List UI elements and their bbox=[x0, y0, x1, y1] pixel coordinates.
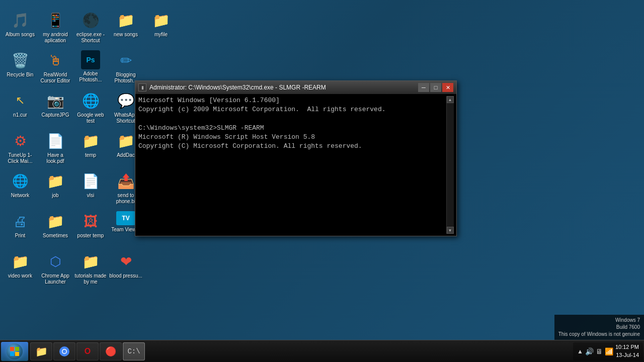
cmd-titlebar: ▮ Administrator: C:\Windows\System32\cmd… bbox=[135, 81, 456, 94]
icon-recycle-bin[interactable]: 🗑️ Recycle Bin bbox=[3, 48, 38, 88]
icon-tuneup[interactable]: ⚙ TuneUp 1-Click Mai... bbox=[3, 128, 38, 168]
cmd-controls: ─ □ ✕ bbox=[418, 83, 453, 92]
maximize-button[interactable]: □ bbox=[430, 83, 441, 92]
icon-print[interactable]: 🖨 Print bbox=[3, 209, 38, 249]
taskbar-items: 📁 O 🔴 C:\ bbox=[30, 342, 573, 360]
icon-eclipse[interactable]: 🌑 eclipse.exe - Shortcut bbox=[73, 8, 108, 48]
close-button[interactable]: ✕ bbox=[442, 83, 453, 92]
desktop: 🎵 Album songs 🗑️ Recycle Bin ↖ n1.cur ⚙ … bbox=[0, 0, 644, 362]
icon-new-songs[interactable]: 📁 new songs bbox=[108, 8, 143, 48]
icon-blood-pressu[interactable]: ❤ blood pressu... bbox=[108, 249, 143, 289]
clock[interactable]: 10:12 PM 13-Jul-14 bbox=[615, 343, 639, 359]
cmd-window: ▮ Administrator: C:\Windows\System32\cmd… bbox=[135, 80, 457, 236]
svg-point-6 bbox=[63, 349, 66, 353]
icon-sometimes[interactable]: 📁 Sometimes bbox=[38, 209, 73, 249]
icon-temp[interactable]: 📁 temp bbox=[73, 128, 108, 168]
icon-video-work[interactable]: 📁 video work bbox=[3, 249, 38, 289]
taskbar-opera[interactable]: O bbox=[76, 342, 99, 360]
cmd-window-icon: ▮ bbox=[138, 83, 146, 92]
windows-logo-icon bbox=[10, 346, 20, 356]
minimize-button[interactable]: ─ bbox=[418, 83, 429, 92]
tray-network-icon[interactable]: 📶 bbox=[605, 347, 613, 355]
svg-rect-2 bbox=[10, 352, 14, 356]
tray-volume-icon[interactable]: 🔊 bbox=[585, 347, 594, 355]
icon-capturejpg[interactable]: 📷 CaptureJPG bbox=[38, 88, 73, 128]
icon-job[interactable]: 📁 job bbox=[38, 168, 73, 209]
start-orb bbox=[7, 343, 23, 359]
start-button[interactable] bbox=[1, 342, 28, 361]
scrollbar-track[interactable] bbox=[447, 103, 454, 227]
tray-expand-icon[interactable]: ▲ bbox=[577, 348, 583, 355]
taskbar: 📁 O 🔴 C:\ ▲ 🔊 🖥 📶 10:12 PM 13-Jul-14 bbox=[0, 340, 644, 362]
icon-chrome-app[interactable]: ⬡ Chrome App Launcher bbox=[38, 249, 73, 289]
svg-rect-3 bbox=[15, 352, 19, 356]
svg-rect-1 bbox=[15, 347, 19, 351]
icon-poster-temp[interactable]: 🖼 poster temp bbox=[73, 209, 108, 249]
svg-rect-0 bbox=[10, 347, 14, 351]
icon-network[interactable]: 🌐 Network bbox=[3, 168, 38, 209]
taskbar-file-explorer[interactable]: 📁 bbox=[30, 342, 52, 360]
desktop-icon-area: 🎵 Album songs 🗑️ Recycle Bin ↖ n1.cur ⚙ … bbox=[0, 5, 141, 317]
win-notice: Windows 7 Build 7600 This copy of Window… bbox=[554, 315, 644, 340]
icon-n1cur[interactable]: ↖ n1.cur bbox=[3, 88, 38, 128]
icon-google-web[interactable]: 🌐 Google web test bbox=[73, 88, 108, 128]
cmd-output: Microsoft Windows [Version 6.1.7600] Cop… bbox=[138, 96, 446, 234]
icon-adobe[interactable]: Ps Adobe Photosh... bbox=[73, 48, 108, 88]
cmd-title: Administrator: C:\Windows\System32\cmd.e… bbox=[149, 84, 418, 91]
taskbar-chrome[interactable] bbox=[53, 342, 75, 360]
icon-my-android[interactable]: 📱 my android aplication bbox=[38, 8, 73, 48]
system-tray: ▲ 🔊 🖥 📶 10:12 PM 13-Jul-14 bbox=[573, 342, 643, 360]
taskbar-unknown[interactable]: 🔴 bbox=[100, 342, 122, 360]
icon-vlsi[interactable]: 📄 vlsi bbox=[73, 168, 108, 209]
icon-myfile[interactable]: 📁 myfile bbox=[143, 8, 179, 48]
icon-tutorials[interactable]: 📁 tutorials made by me bbox=[73, 249, 108, 289]
cmd-body: Microsoft Windows [Version 6.1.7600] Cop… bbox=[135, 94, 456, 236]
icon-realworld[interactable]: 🖱 RealWorld Cursor Editor bbox=[38, 48, 73, 88]
tray-display-icon[interactable]: 🖥 bbox=[596, 347, 603, 355]
icon-have-look[interactable]: 📄 Have a look.pdf bbox=[38, 128, 73, 168]
taskbar-cmd[interactable]: C:\ bbox=[123, 342, 145, 360]
scrollbar-down[interactable]: ▼ bbox=[447, 227, 454, 234]
chrome-icon bbox=[59, 346, 70, 357]
scrollbar-up[interactable]: ▲ bbox=[447, 96, 454, 103]
icon-album-songs[interactable]: 🎵 Album songs bbox=[3, 8, 38, 48]
cmd-scrollbar[interactable]: ▲ ▼ bbox=[446, 96, 453, 234]
